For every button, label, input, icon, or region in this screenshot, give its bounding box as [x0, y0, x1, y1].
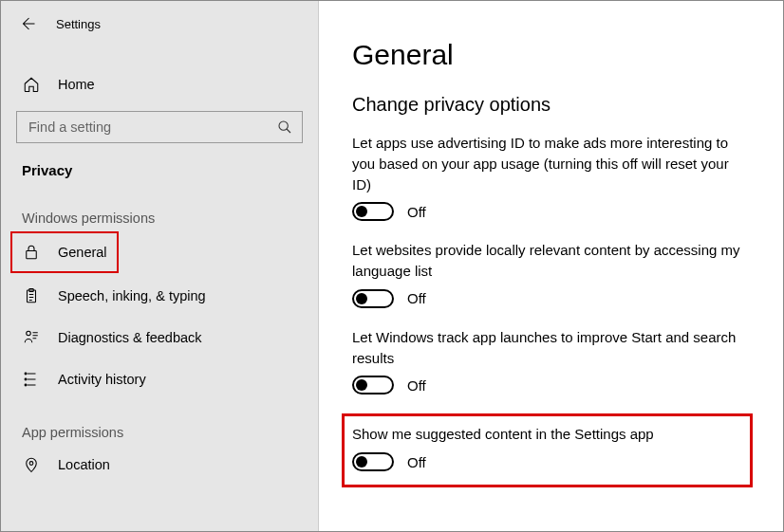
svg-point-5 [25, 373, 27, 375]
feedback-icon [22, 328, 41, 347]
setting-suggested-content: Show me suggested content in the Setting… [342, 413, 753, 487]
home-label: Home [58, 77, 95, 92]
setting-advertising-id: Let apps use advertising ID to make ads … [352, 133, 750, 221]
sidebar-item-label: General [58, 245, 107, 260]
back-button[interactable] [16, 12, 39, 35]
setting-desc: Let apps use advertising ID to make ads … [352, 133, 750, 194]
sidebar-item-label: Activity history [58, 372, 146, 387]
svg-rect-1 [27, 251, 37, 259]
search-icon [277, 119, 292, 135]
home-nav[interactable]: Home [1, 65, 318, 103]
svg-point-4 [27, 331, 31, 336]
setting-language-list: Let websites provide locally relevant co… [352, 240, 750, 308]
group-app-permissions: App permissions [1, 400, 318, 444]
toggle-suggested-content[interactable] [352, 452, 394, 471]
home-icon [22, 75, 41, 94]
toggle-state: Off [407, 204, 426, 220]
setting-desc: Let Windows track app launches to improv… [352, 327, 750, 369]
sidebar-item-activity-history[interactable]: Activity history [1, 358, 318, 400]
arrow-left-icon [19, 15, 36, 32]
setting-desc: Let websites provide locally relevant co… [352, 240, 750, 282]
clipboard-icon [22, 286, 41, 305]
toggle-state: Off [407, 377, 426, 394]
history-icon [22, 370, 41, 389]
titlebar: Settings [1, 1, 318, 45]
section-privacy: Privacy [1, 147, 318, 186]
svg-point-6 [25, 378, 27, 380]
sidebar-item-diagnostics[interactable]: Diagnostics & feedback [1, 317, 318, 358]
toggle-state: Off [407, 290, 426, 306]
toggle-advertising-id[interactable] [352, 202, 394, 221]
toggle-track-launches[interactable] [352, 376, 394, 394]
sidebar-item-label: Diagnostics & feedback [58, 330, 202, 345]
search-box[interactable] [16, 111, 303, 143]
svg-point-0 [279, 121, 288, 130]
sidebar-item-general[interactable]: General [10, 231, 119, 273]
app-title: Settings [56, 17, 101, 31]
lock-icon [22, 243, 41, 262]
setting-track-launches: Let Windows track app launches to improv… [352, 327, 750, 395]
sidebar-item-label: Speech, inking, & typing [58, 288, 206, 303]
svg-point-7 [25, 384, 27, 386]
page-title: General [352, 39, 750, 71]
svg-point-8 [29, 462, 33, 466]
page-subhead: Change privacy options [352, 94, 750, 116]
toggle-state: Off [407, 454, 426, 470]
sidebar: Settings Home Privacy Windows permission… [1, 1, 319, 531]
toggle-language-list[interactable] [352, 289, 394, 308]
search-input[interactable] [27, 119, 277, 136]
group-windows-permissions: Windows permissions [1, 186, 318, 229]
content-pane: General Change privacy options Let apps … [319, 1, 783, 531]
sidebar-item-speech[interactable]: Speech, inking, & typing [1, 275, 318, 317]
location-icon [22, 455, 41, 474]
sidebar-item-label: Location [58, 457, 110, 472]
sidebar-item-location[interactable]: Location [1, 444, 318, 486]
setting-desc: Show me suggested content in the Setting… [352, 424, 738, 445]
